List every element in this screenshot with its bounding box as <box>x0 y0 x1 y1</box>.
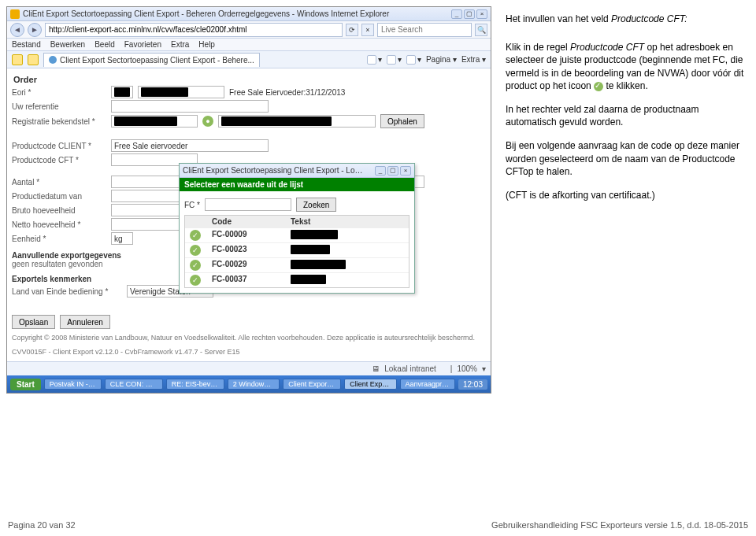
ref-input[interactable] <box>111 100 269 113</box>
p3: Bij een volgende aanvraag kan de code op… <box>506 139 747 178</box>
search-input[interactable] <box>377 23 472 37</box>
eori-prefix[interactable] <box>111 86 133 98</box>
select-icon[interactable]: ✓ <box>190 260 201 271</box>
taskbar-item[interactable]: 2 Windows V... <box>228 379 280 390</box>
url-input[interactable] <box>45 23 343 37</box>
close-button[interactable]: × <box>476 9 487 19</box>
dialog-titlebar: CliEnt Export Sectortoepassing Client Ex… <box>180 164 414 178</box>
lookup-icon[interactable]: ● <box>202 116 213 127</box>
select-icon[interactable]: ✓ <box>190 275 201 286</box>
menu-bar: Bestand Bewerken Beeld Favorieten Extra … <box>7 39 491 51</box>
eenheid-value: kg <box>114 235 123 243</box>
regnr-input[interactable] <box>111 115 198 128</box>
zoeken-button[interactable]: Zoeken <box>296 198 336 212</box>
taskbar-item[interactable]: Postvak IN - M... <box>44 379 102 390</box>
redacted <box>221 116 332 126</box>
p1-ital: Productcode CFT <box>570 42 644 53</box>
p1a: Klik in de regel <box>506 42 570 53</box>
menu-item[interactable]: Extra <box>171 40 189 49</box>
home-button[interactable]: ▾ <box>367 55 382 65</box>
prodcft-label: Productcode CFT * <box>12 156 106 164</box>
menu-item[interactable]: Help <box>198 40 215 49</box>
select-icon[interactable]: ✓ <box>190 230 201 241</box>
redacted <box>291 260 346 269</box>
menu-item[interactable]: Beeld <box>94 40 115 49</box>
dialog-min-button[interactable]: _ <box>375 166 386 176</box>
taskbar-item[interactable]: RE: EIS-bevrgr... <box>166 379 224 390</box>
netto-label: Netto hoeveelheid * <box>12 220 106 229</box>
bruto-label: Bruto hoeveelheid <box>12 206 106 215</box>
title-italic: Productcode CFT: <box>611 13 687 24</box>
dialog-banner: Selecteer een waarde uit de lijst <box>180 178 414 191</box>
page-menu[interactable]: Pagina ▾ <box>426 55 457 65</box>
free-sale-text: Free Sale Eiervoeder:31/12/2013 <box>229 88 345 97</box>
search-button[interactable]: 🔍 <box>475 24 487 36</box>
p4: (CFT is de afkorting van certificaat.) <box>506 189 747 201</box>
zone-icon: 🖥 <box>372 364 380 373</box>
instruction-text: Het invullen van het veld Productcode CF… <box>496 0 756 536</box>
cell-code: FC-00029 <box>207 258 286 272</box>
status-bar: 🖥 Lokaal intranet | 100% ▾ <box>7 361 491 375</box>
extras-menu[interactable]: Extra ▾ <box>461 55 486 65</box>
taskbar-item[interactable]: Aanvraagprint... <box>400 379 455 390</box>
taskbar-item-active[interactable]: Client Export... <box>344 379 396 390</box>
favorites-icon[interactable] <box>12 54 23 65</box>
col-code: Code <box>207 216 286 227</box>
print-icon <box>406 55 416 65</box>
add-favorite-icon[interactable] <box>28 54 39 65</box>
copyright-text: Copyright © 2008 Ministerie van Landbouw… <box>12 334 486 343</box>
print-button[interactable]: ▾ <box>406 55 421 65</box>
refresh-button[interactable]: ⟳ <box>346 24 358 36</box>
dialog-max-button[interactable]: ▢ <box>387 166 398 176</box>
feed-icon <box>387 55 396 65</box>
table-row: ✓ FC-00029 <box>185 257 409 272</box>
regnr-resolved <box>218 115 376 128</box>
menu-item[interactable]: Bewerken <box>50 40 85 49</box>
browser-tab[interactable]: Client Export Sectortoepassing Client Ex… <box>43 53 260 67</box>
app-icon <box>10 9 20 19</box>
taskbar-item[interactable]: CLE CON: Nieu... <box>105 379 163 390</box>
doc-title: Het invullen van het veld Productcode CF… <box>506 13 747 25</box>
maximize-button[interactable]: ▢ <box>464 9 475 19</box>
feeds-button[interactable]: ▾ <box>387 55 402 65</box>
ref-label: Uw referentie <box>12 102 106 111</box>
prodclient-label: Productcode CLIENT * <box>12 142 106 150</box>
p1c: te klikken. <box>603 80 648 91</box>
title-prefix: Het invullen van het veld <box>506 13 611 24</box>
favorites-bar: Client Export Sectortoepassing Client Ex… <box>7 51 491 68</box>
forward-button[interactable]: ► <box>28 23 42 37</box>
version-text: CVV0015F - Client Export v2.12.0 - CvbFr… <box>12 348 486 357</box>
eenheid-select[interactable]: kg <box>111 232 133 245</box>
menu-item[interactable]: Bestand <box>12 40 41 49</box>
zoom-text[interactable]: 100% <box>457 364 477 373</box>
redacted <box>141 87 188 97</box>
dialog-close-button[interactable]: × <box>400 166 411 176</box>
minimize-button[interactable]: _ <box>451 9 462 19</box>
window-titlebar: CliEnt Export Sectortoepassing Client Ex… <box>7 7 491 21</box>
page-content: Order Eori * Free Sale Eiervoeder:31/12/… <box>7 68 491 361</box>
ie-window: CliEnt Export Sectortoepassing Client Ex… <box>6 6 491 394</box>
menu-item[interactable]: Favorieten <box>124 40 161 49</box>
lookup-dialog: CliEnt Export Sectortoepassing Client Ex… <box>179 163 415 294</box>
stop-button[interactable]: × <box>361 24 374 36</box>
clock: 12:03 <box>458 379 487 390</box>
taskbar: Start Postvak IN - M... CLE CON: Nieu...… <box>7 375 491 393</box>
land-label: Land van Einde bediening * <box>12 287 122 296</box>
select-icon[interactable]: ✓ <box>190 245 201 256</box>
annuleren-button[interactable]: Annuleren <box>60 315 110 329</box>
regnr-label: Registratie bekendstel * <box>12 117 106 126</box>
start-button[interactable]: Start <box>10 379 41 390</box>
fc-input[interactable] <box>205 198 291 211</box>
table-row: ✓ FC-00009 <box>185 227 409 242</box>
eori-input[interactable] <box>138 86 224 98</box>
prodclient-input[interactable]: Free Sale eiervoeder <box>111 139 269 152</box>
redacted <box>114 116 177 126</box>
eori-label: Eori * <box>12 88 106 97</box>
taskbar-item[interactable]: Client Export S... <box>283 379 341 390</box>
opslaan-button[interactable]: Opslaan <box>12 315 55 329</box>
ophalen-button[interactable]: Ophalen <box>380 114 424 128</box>
ok-icon <box>594 82 603 91</box>
back-button[interactable]: ◄ <box>10 23 24 37</box>
results-table: Code Tekst ✓ FC-00009 ✓ FC-00023 <box>184 215 410 288</box>
cell-code: FC-00023 <box>207 243 286 257</box>
